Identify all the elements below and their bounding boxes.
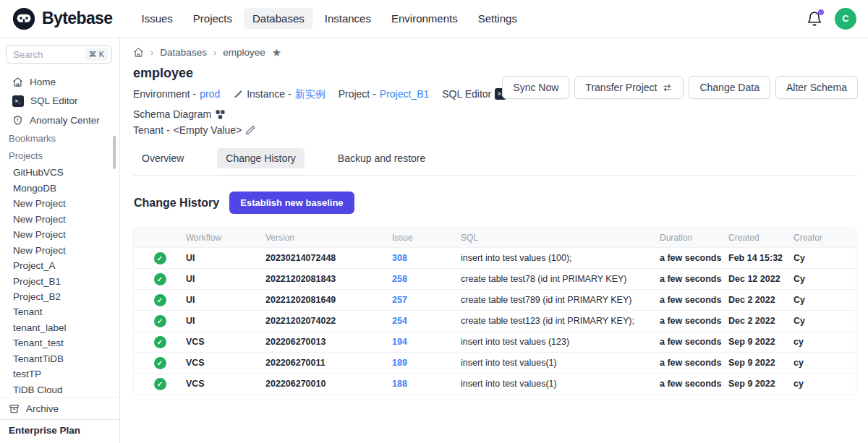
bookmark-star-icon[interactable] [272,47,281,58]
nav-item-projects[interactable]: Projects [184,8,241,29]
notifications-bell-icon[interactable] [806,10,823,27]
sidebar-project-new-project-4[interactable]: New Project [0,242,119,257]
issue-link[interactable]: 188 [392,379,407,389]
sql-editor-label: SQL Editor [442,86,491,102]
breadcrumb-databases[interactable]: Databases [160,47,207,58]
alter-schema-button[interactable]: Alter Schema [775,76,858,99]
success-check-icon [154,273,166,285]
sidebar-project-mongodb[interactable]: MongoDB [0,181,119,196]
nav-item-instances[interactable]: Instances [316,8,380,29]
cell-sql: insert into test values(1) [459,379,658,389]
header-sql: SQL [459,233,658,243]
instance-link[interactable]: 新实例 [295,86,326,102]
environment-label: Environment - [133,86,196,102]
success-check-icon [154,252,166,264]
tab-overview[interactable]: Overview [133,148,192,168]
table-row[interactable]: VCS 202206270010 188 insert into test va… [134,373,856,394]
breadcrumb-employee[interactable]: employee [223,47,265,58]
sidebar-project-testtp[interactable]: testTP [0,366,119,382]
search-box[interactable]: ⌘ K [6,45,112,64]
table-row[interactable]: UI 20221202074022 254 create table test1… [134,310,856,331]
table-row[interactable]: UI 20221202081649 257 create table test7… [134,289,856,310]
establish-new-baseline-button[interactable]: Establish new baseline [229,192,354,214]
sidebar-scrollbar[interactable] [113,136,116,169]
table-row[interactable]: VCS 202206270013 194 insert into test va… [134,331,856,352]
cell-issue: 258 [391,274,459,284]
cell-issue: 189 [391,358,459,368]
project-link[interactable]: Project_B1 [380,86,429,102]
main-nav: Issues Projects Databases Instances Envi… [132,8,806,29]
sidebar-project-project-a[interactable]: Project_A [0,258,119,273]
sidebar-project-project-b1[interactable]: Project_B1 [0,273,119,288]
transfer-project-label: Transfer Project [585,82,657,93]
sync-now-button[interactable]: Sync Now [502,76,569,99]
cell-workflow: VCS [184,358,264,368]
breadcrumb-separator [150,47,153,58]
cell-workflow: VCS [184,379,264,389]
status-cell [134,357,184,369]
tab-change-history[interactable]: Change History [217,148,305,168]
cell-issue: 188 [391,379,459,389]
sync-now-label: Sync Now [513,82,558,93]
table-row[interactable]: VCS 202206270011 189 insert into test va… [134,352,856,373]
change-data-button[interactable]: Change Data [689,76,770,99]
cell-created: Dec 2 2022 [727,295,792,305]
subscription-plan-label[interactable]: Enterprise Plan [0,419,119,443]
sql-editor-shortcut[interactable]: SQL Editor [442,86,506,102]
issue-link[interactable]: 194 [392,337,407,347]
issue-link[interactable]: 189 [392,358,407,368]
success-check-icon [154,336,166,348]
nav-item-environments[interactable]: Environments [383,8,467,29]
issue-link[interactable]: 258 [392,274,407,284]
sidebar-item-anomaly-center[interactable]: Anomaly Center [0,111,119,129]
tenant-label: Tenant - [133,122,170,138]
nav-item-issues[interactable]: Issues [132,8,181,29]
sidebar-project-project-b2[interactable]: Project_B2 [0,289,119,304]
sidebar-item-archive[interactable]: Archive [0,397,119,419]
cell-issue: 257 [391,295,459,305]
sidebar-project-new-project-1[interactable]: New Project [0,196,119,211]
change-data-label: Change Data [699,82,760,93]
status-cell [134,378,184,390]
bytebase-logo-icon [12,7,36,31]
status-cell [134,294,184,306]
issue-link[interactable]: 308 [392,253,407,263]
sidebar-project-new-project-3[interactable]: New Project [0,227,119,242]
environment-link[interactable]: prod [200,86,220,102]
issue-link[interactable]: 257 [392,295,407,305]
table-row[interactable]: UI 20221202081843 258 create table test7… [134,268,856,289]
cell-created: Dec 2 2022 [727,316,792,326]
transfer-project-button[interactable]: Transfer Project [574,76,684,99]
search-input[interactable] [13,49,72,60]
breadcrumb-home-icon[interactable] [133,47,144,58]
sidebar-project-tenant[interactable]: Tenant [0,304,119,319]
database-tabs: Overview Change History Backup and resto… [133,148,858,176]
brand[interactable]: Bytebase [12,7,112,31]
sidebar-project-githubvcs[interactable]: GitHubVCS [0,165,119,180]
avatar[interactable]: C [835,8,856,30]
cell-duration: a few seconds [658,316,727,326]
sidebar-project-tidb-cloud[interactable]: TiDB Cloud [0,382,119,397]
cell-version: 202206270011 [264,358,391,368]
nav-item-databases[interactable]: Databases [244,8,313,29]
issue-link[interactable]: 254 [392,316,407,326]
sidebar-project-tenant-label[interactable]: tenant_label [0,320,119,335]
sidebar-project-tenant-test[interactable]: Tenant_test [0,335,119,350]
cell-creator: Cy [792,295,856,305]
cell-duration: a few seconds [658,295,727,305]
table-row[interactable]: UI 20230214072448 308 insert into test v… [134,247,856,268]
edit-pencil-icon[interactable] [245,125,255,135]
cell-duration: a few seconds [658,379,727,389]
sidebar-project-new-project-2[interactable]: New Project [0,211,119,226]
sidebar-item-home[interactable]: Home [0,72,119,91]
status-cell [134,315,184,327]
sql-editor-icon [12,95,24,107]
header-duration: Duration [658,233,727,243]
sidebar-project-tenanttidb[interactable]: TenantTiDB [0,351,119,366]
cell-creator: Cy [792,316,856,326]
sidebar-item-sql-editor[interactable]: SQL Editor [0,92,119,111]
schema-diagram-shortcut[interactable]: Schema Diagram [133,106,226,122]
nav-item-settings[interactable]: Settings [469,8,526,29]
tab-backup-and-restore[interactable]: Backup and restore [329,148,434,168]
page-actions: Sync Now Transfer Project Change Data Al… [502,76,858,99]
